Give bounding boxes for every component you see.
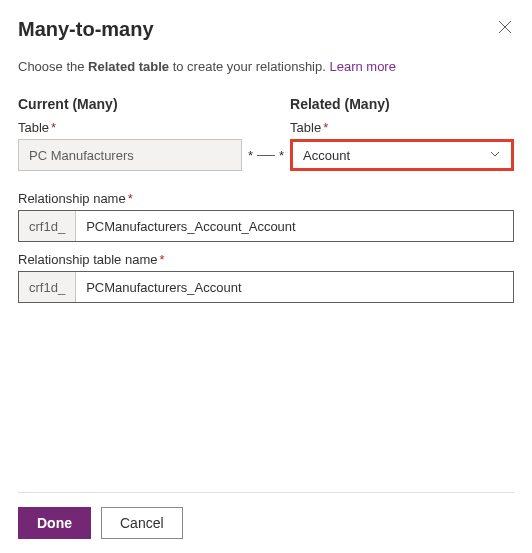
chevron-down-icon (489, 148, 501, 163)
done-button[interactable]: Done (18, 507, 91, 539)
close-icon (498, 20, 512, 37)
cancel-button[interactable]: Cancel (101, 507, 183, 539)
related-section-label: Related (Many) (290, 96, 514, 112)
relationship-name-prefix: crf1d_ (19, 211, 76, 241)
relationship-name-input[interactable] (76, 211, 513, 241)
current-section-label: Current (Many) (18, 96, 242, 112)
current-table-label: Table* (18, 120, 242, 135)
dialog-title: Many-to-many (18, 18, 154, 41)
relationship-table-name-prefix: crf1d_ (19, 272, 76, 302)
close-button[interactable] (496, 18, 514, 39)
related-table-value: Account (303, 148, 350, 163)
related-table-label: Table* (290, 120, 514, 135)
relation-connector: ** (242, 139, 290, 171)
related-table-dropdown[interactable]: Account (290, 139, 514, 171)
relationship-table-name-label: Relationship table name* (18, 252, 514, 267)
learn-more-link[interactable]: Learn more (329, 59, 395, 74)
relationship-name-label: Relationship name* (18, 191, 514, 206)
current-table-field: PC Manufacturers (18, 139, 242, 171)
relationship-table-name-input[interactable] (76, 272, 513, 302)
intro-text: Choose the Related table to create your … (18, 59, 514, 74)
